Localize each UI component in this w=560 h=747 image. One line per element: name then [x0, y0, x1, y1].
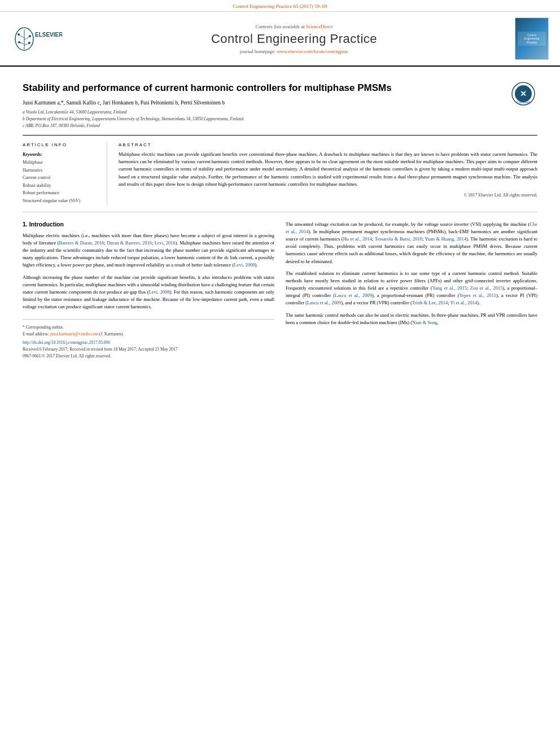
ref-lascu2009[interactable]: Lascu et al., 2009: [335, 292, 372, 298]
article-info-title: ARTICLE INFO: [23, 142, 100, 147]
article-title-text: Stability and performance of current har…: [23, 82, 501, 129]
journal-citation-bar: Control Engineering Practice 65 (2017) 5…: [0, 0, 560, 12]
svg-text:CrossMark: CrossMark: [517, 101, 531, 104]
body-columns: 1. Introduction Multiphase electric mach…: [23, 221, 537, 359]
svg-point-9: [18, 41, 20, 43]
journal-title: Control Engineering Practice: [73, 32, 515, 46]
journal-center: Contents lists available at ScienceDirec…: [73, 24, 515, 54]
section1-para1: Multiphase electric machines (i.e., mach…: [23, 232, 274, 269]
journal-cover-image: ControlEngineeringPractice: [515, 18, 549, 60]
article-footer: * Corresponding author. E-mail address: …: [23, 319, 274, 359]
section1-right-para1: The unwanted voltage excitation can be p…: [286, 221, 537, 265]
keyword-robust-stability: Robust stability: [23, 182, 100, 190]
journal-citation: Control Engineering Practice 65 (2017) 5…: [233, 3, 327, 9]
section1-right-para3: The same harmonic control methods can al…: [286, 312, 537, 326]
sciencedirect-link[interactable]: ScienceDirect: [306, 24, 333, 29]
svg-rect-0: [11, 25, 62, 51]
email-link[interactable]: jussi.karttunen@visedo.com: [50, 331, 99, 337]
svg-text:ELSEVIER: ELSEVIER: [35, 32, 62, 38]
homepage-link[interactable]: www.elsevier.com/locate/conengprac: [277, 49, 348, 54]
svg-text:✕: ✕: [520, 89, 527, 98]
journal-homepage: journal homepage: www.elsevier.com/locat…: [73, 49, 515, 54]
article-info: ARTICLE INFO Keywords: Multiphase Harmon…: [23, 142, 107, 205]
issn-line: 0967-0661/© 2017 Elsevier Ltd. All right…: [23, 353, 274, 359]
elsevier-logo: ELSEVIER: [11, 25, 62, 52]
page: Control Engineering Practice 65 (2017) 5…: [0, 0, 560, 747]
keyword-robust-performance: Robust performance: [23, 189, 100, 197]
keyword-ssv: Structured singular value (SSV): [23, 197, 100, 205]
ref-duran[interactable]: Duran & Barrero, 2016: [107, 240, 152, 246]
keyword-multiphase: Multiphase: [23, 159, 100, 167]
section1-heading: 1. Introduction: [23, 221, 274, 228]
keywords-label: Keywords:: [23, 152, 100, 157]
ref-yang[interactable]: Yang et al., 2015: [432, 285, 467, 291]
keyword-current-control: Current control: [23, 174, 100, 182]
ref-yuan[interactable]: Yuan & Huang, 2014: [425, 236, 466, 242]
ref-lascu2009b[interactable]: Lascu et al., 2009: [307, 300, 341, 305]
body-right-col: The unwanted voltage excitation can be p…: [286, 221, 537, 359]
ref-yi[interactable]: Yi et al., 2014: [450, 300, 477, 305]
ref-che[interactable]: Che et al., 2014: [286, 221, 537, 234]
article-title-section: Stability and performance of current har…: [23, 73, 537, 136]
ref-trinh[interactable]: Trinh & Lee, 2014: [412, 300, 448, 305]
ref-levi2008[interactable]: Levi, 2008: [234, 262, 255, 268]
svg-point-7: [18, 33, 20, 36]
ref-tessarolo[interactable]: Tessarolo & Bassi, 2010: [375, 236, 422, 242]
ref-levi2016[interactable]: Levi, 2016: [155, 240, 176, 246]
ref-barrero[interactable]: Barrero & Duran, 2016: [59, 240, 104, 246]
affiliation-a: a Visedo Ltd, Lencakenniie 44, 53600 Lap…: [23, 109, 501, 116]
section1-para2: Although increasing the phase number of …: [23, 274, 274, 311]
ref-nian[interactable]: Nian & Song,: [412, 320, 439, 325]
journal-header: ELSEVIER Contents lists available at Sci…: [0, 12, 560, 67]
affiliation-c: c ABB, P.O.Box 187, 00381 Helsinki, Finl…: [23, 123, 501, 129]
ref-hu[interactable]: Hu et al., 2014: [343, 236, 372, 242]
abstract-text: Multiphase electric machines can provide…: [119, 151, 537, 188]
svg-point-8: [29, 35, 31, 37]
copyright: © 2017 Elsevier Ltd. All rights reserved…: [119, 193, 537, 198]
article-title: Stability and performance of current har…: [23, 82, 501, 94]
svg-point-10: [28, 42, 30, 44]
abstract-section: ABSTRACT Multiphase electric machines ca…: [119, 142, 537, 205]
keyword-harmonics: Harmonics: [23, 167, 100, 174]
section1-right-para2: The established solution to eliminate cu…: [286, 270, 537, 307]
ref-yepes[interactable]: Yepes et al., 2011: [459, 292, 496, 298]
article-info-abstract: ARTICLE INFO Keywords: Multiphase Harmon…: [23, 136, 537, 212]
body-left-col: 1. Introduction Multiphase electric mach…: [23, 221, 274, 359]
abstract-title: ABSTRACT: [119, 142, 537, 147]
affiliation-b: b Department of Electrical Engineering, …: [23, 116, 501, 123]
email-line: E-mail address: jussi.karttunen@visedo.c…: [23, 331, 274, 338]
doi-line[interactable]: http://dx.doi.org/10.1016/j.conengprac.2…: [23, 340, 274, 345]
contents-line: Contents lists available at ScienceDirec…: [73, 24, 515, 29]
corresponding-note: * Corresponding author.: [23, 324, 274, 331]
ref-zou[interactable]: Zou et al., 2015: [470, 285, 502, 291]
received-line: Received 6 February 2017; Received in re…: [23, 347, 274, 352]
affiliations: a Visedo Ltd, Lencakenniie 44, 53600 Lap…: [23, 109, 501, 129]
ref-levi2008b[interactable]: Levi, 2008: [148, 289, 169, 295]
main-content: Stability and performance of current har…: [0, 67, 560, 370]
crossmark[interactable]: ✕ CrossMark: [509, 82, 537, 106]
authors: Jussi Karttunen a,*, Samuli Kallio c, Ja…: [23, 100, 501, 106]
